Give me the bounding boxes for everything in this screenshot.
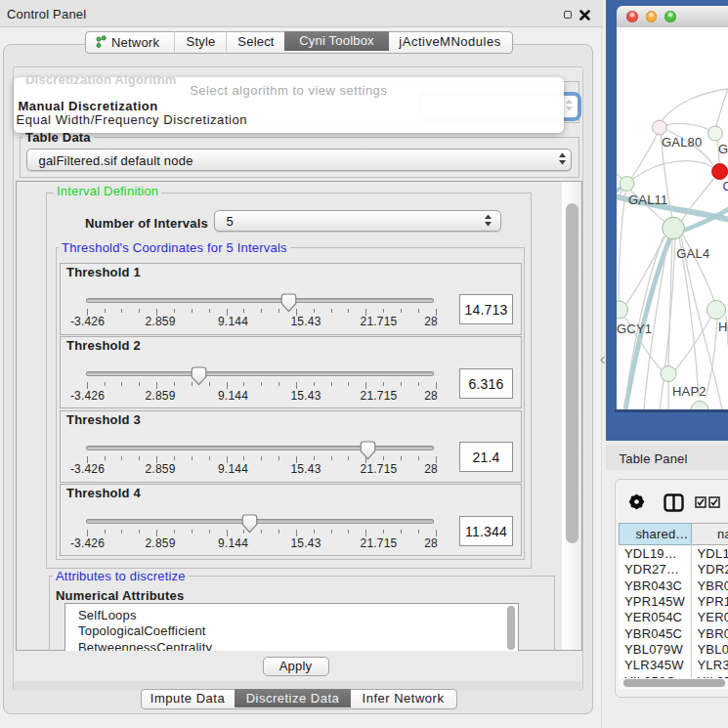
svg-text:GAL11: GAL11 [628,193,668,207]
svg-text:GCY1: GCY1 [617,321,652,336]
svg-text:C: C [723,179,728,193]
svg-text:GA: GA [718,142,728,156]
svg-text:HAP2: HAP2 [672,384,707,399]
svg-text:H: H [718,320,728,334]
svg-text:GAL4: GAL4 [676,246,709,261]
svg-text:GAL80: GAL80 [662,135,702,150]
